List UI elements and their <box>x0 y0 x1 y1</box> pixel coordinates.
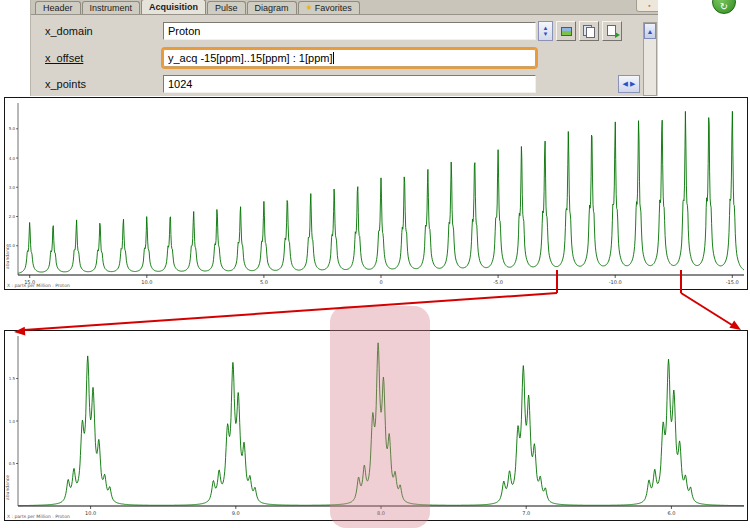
y-tick-label: 2.0 <box>9 214 16 219</box>
y-tick-label: 5.0 <box>9 126 16 131</box>
offset-array-plot[interactable]: 15.010.05.00-5.0-10.0-15.01.02.03.04.05.… <box>4 97 748 290</box>
text-caret <box>333 52 334 64</box>
zoom-multiplet-plot[interactable]: 10.09.08.07.06.00.51.01.5X : parts per M… <box>4 330 748 521</box>
x-offset-row: x_offset y_acq -15[ppm]..15[ppm] : 1[ppm… <box>45 48 536 68</box>
form-scrollbar[interactable]: ▲ <box>643 22 657 96</box>
zoom-right-arrowhead <box>729 321 741 331</box>
tab-acquisition[interactable]: Acquisition <box>141 0 206 14</box>
y-tick-label: 0.5 <box>9 461 16 466</box>
toolbar-button[interactable]: ▪ <box>636 0 658 12</box>
tab-label: Favorites <box>315 3 352 13</box>
acquisition-form-panel: HeaderInstrumentAcquisitionPulseDiagram★… <box>30 0 658 96</box>
copy-params-button[interactable] <box>579 21 599 41</box>
tab-pulse[interactable]: Pulse <box>207 1 246 14</box>
y-tick-label: 1.5 <box>9 376 16 381</box>
tab-label: Acquisition <box>149 2 198 12</box>
x-points-label: x_points <box>45 78 163 90</box>
offset-array-svg: 15.010.05.00-5.0-10.0-15.01.02.03.04.05.… <box>5 98 747 289</box>
refresh-icon: ↻ <box>720 1 728 13</box>
x-tick-label: 10.0 <box>141 279 152 285</box>
zoom-right-line <box>681 293 732 325</box>
x-points-row: x_points 1024 ◀ ▶ <box>45 74 640 94</box>
x-tick-label: 10.0 <box>85 510 96 516</box>
x-domain-stepper[interactable]: ▲ ▼ <box>538 21 553 41</box>
y-tick-label: 3.0 <box>9 185 16 190</box>
x-domain-label: x_domain <box>45 25 163 37</box>
zoom-multiplet-svg: 10.09.08.07.06.00.51.01.5X : parts per M… <box>5 331 747 520</box>
stepper-left-icon[interactable]: ◀ <box>623 80 628 88</box>
y-axis-label: abundance <box>5 244 10 269</box>
zoom-multiplet-spectrum-trace <box>18 343 744 506</box>
x-tick-label: 6.0 <box>667 510 675 516</box>
paste-params-button[interactable] <box>602 21 622 41</box>
refresh-button[interactable]: ↻ <box>712 0 736 14</box>
x-tick-label: 7.0 <box>522 510 530 516</box>
x-points-stepper[interactable]: ◀ ▶ <box>618 75 640 93</box>
x-tick-label: 8.0 <box>377 510 385 516</box>
tab-bar: HeaderInstrumentAcquisitionPulseDiagram★… <box>31 0 658 15</box>
zoom-left-line <box>24 293 557 330</box>
tab-instrument[interactable]: Instrument <box>82 1 141 14</box>
y-tick-label: 1.0 <box>9 419 16 424</box>
tab-header[interactable]: Header <box>35 1 81 14</box>
screen: HeaderInstrumentAcquisitionPulseDiagram★… <box>0 0 750 528</box>
x-tick-label: -5.0 <box>493 279 503 285</box>
green-arrow-icon <box>615 32 620 38</box>
scrollbar-up-button[interactable]: ▲ <box>644 23 656 39</box>
favorites-star-icon: ★ <box>306 4 313 12</box>
x-tick-label: 5.0 <box>260 279 268 285</box>
tab-favorites[interactable]: ★Favorites <box>298 1 360 14</box>
offset-array-spectrum-trace <box>18 111 744 273</box>
stepper-right-icon[interactable]: ▶ <box>630 80 635 88</box>
x-domain-row: x_domain Proton ▲ ▼ <box>45 21 622 41</box>
x-tick-label: -15.0 <box>726 279 739 285</box>
x-offset-label: x_offset <box>45 52 163 64</box>
x-axis-label: X : parts per Million : Proton <box>7 514 70 519</box>
stepper-down-icon[interactable]: ▼ <box>543 31 549 37</box>
x-tick-label: -10.0 <box>609 279 622 285</box>
tab-label: Pulse <box>215 3 238 13</box>
picture-icon <box>561 27 572 36</box>
scrollbar-up-icon: ▲ <box>647 28 654 35</box>
toolbar-button-icon: ▪ <box>648 2 650 9</box>
x-offset-input[interactable]: y_acq -15[ppm]..15[ppm] : 1[ppm] <box>163 49 536 67</box>
tab-label: Instrument <box>90 3 133 13</box>
y-axis-label: abundance <box>5 475 10 500</box>
tab-label: Diagram <box>255 3 289 13</box>
tab-label: Header <box>43 3 73 13</box>
x-points-input[interactable]: 1024 <box>163 75 536 93</box>
y-tick-label: 4.0 <box>9 156 16 161</box>
tab-diagram[interactable]: Diagram <box>247 1 297 14</box>
x-offset-value: y_acq -15[ppm]..15[ppm] : 1[ppm] <box>168 52 332 64</box>
x-domain-input[interactable]: Proton <box>163 22 536 40</box>
copy-page-front-icon <box>586 27 595 38</box>
x-tick-label: 9.0 <box>232 510 240 516</box>
x-axis-label: X : parts per Million : Proton <box>7 283 70 288</box>
x-tick-label: 0 <box>379 279 382 285</box>
load-list-button[interactable] <box>556 21 576 41</box>
